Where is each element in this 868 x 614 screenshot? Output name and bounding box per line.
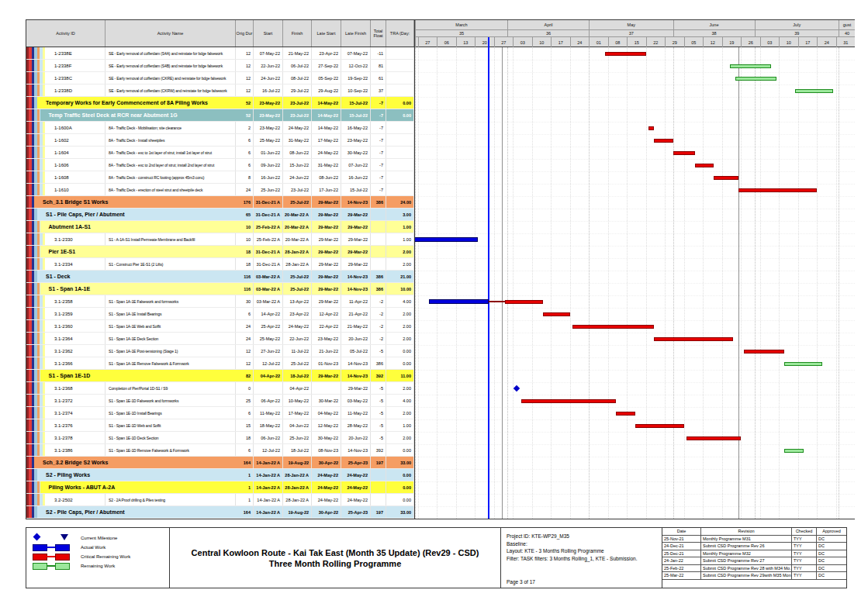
start-cell: 14-Jan-22 A xyxy=(254,506,283,518)
start-cell: 31-Dec-21 A xyxy=(254,209,283,220)
baseline-line: Baseline: xyxy=(507,540,657,548)
tra-cell: 0.00 xyxy=(386,97,414,109)
tf-cell: -7 xyxy=(371,159,386,171)
tf-cell: 392 xyxy=(371,370,386,381)
summary-row: Temporary Works for Early Commencement o… xyxy=(26,97,414,109)
ls-cell: 29-Mar-22 xyxy=(312,295,341,307)
start-cell: 07-May-22 xyxy=(254,47,283,59)
revision-cell: 25-Nov-21 xyxy=(662,536,701,543)
dur-cell: 0 xyxy=(236,382,254,394)
gantt-chart-area: March35April36May37June38July39gust40270… xyxy=(414,20,855,519)
activity-id-cell: 3.1-2359 xyxy=(26,308,105,319)
dur-cell: 6 xyxy=(236,159,254,171)
revision-cell: 24-Dec-21 xyxy=(662,543,701,550)
ls-cell: 23-May-22 xyxy=(312,333,341,344)
finish-cell: 28-Jan-22 A xyxy=(283,469,312,481)
row-gridline xyxy=(415,233,855,234)
activity-name-cell: SE - Early removal of cofferdam (S4A) an… xyxy=(105,47,236,59)
summary-row: S1 - Span 1A-1E11603-Mar-22 A25-Jul-2229… xyxy=(26,283,414,295)
revision-cell: TYY xyxy=(792,557,817,564)
tf-cell xyxy=(371,481,386,493)
summary-label-cell: S1 - Span 1A-1E xyxy=(26,283,236,295)
dur-cell: 82 xyxy=(236,370,254,381)
legend-item-actual: Actual Work xyxy=(33,543,169,552)
legend-label: Current Milestone xyxy=(81,536,117,540)
week-tick-2022-05-29: 29 xyxy=(665,36,684,47)
summary-label-cell: Pier 1E-S1 xyxy=(26,246,236,257)
summary-label-cell: S1 - Span 1E-1D xyxy=(26,370,236,381)
start-cell: 14-Apr-22 xyxy=(254,308,283,319)
activity-name-cell: S1 - Span 1A-1E Remove Falsework & Formw… xyxy=(105,357,236,369)
project-info-box: Project ID: KTE-WP29_M35 Baseline: Layou… xyxy=(501,528,662,588)
week-tick-2022-03-06: 06 xyxy=(437,36,456,47)
row-gridline xyxy=(415,481,855,482)
finish-cell: 24-May-22 xyxy=(283,122,312,133)
activity-row: 3.1-2359S1 - Span 1A-1E Install Bearings… xyxy=(26,308,414,320)
activity-id-cell: 3.1-2386 xyxy=(26,444,105,456)
lf-cell: 21-May-22 xyxy=(341,320,371,332)
tf-cell: -7 xyxy=(371,147,386,158)
dur-cell: 1 xyxy=(236,469,254,481)
lf-cell: 15-Jul-22 xyxy=(341,97,371,109)
lf-cell: 12-Oct-22 xyxy=(341,60,371,71)
tf-cell: -7 xyxy=(371,184,386,195)
summary-row: Pier 1E-S11831-Dec-21 A28-Jan-22 A29-Mar… xyxy=(26,246,414,258)
tf-cell xyxy=(371,258,386,270)
activity-name-cell: S1 - Span 1A-1E Falsework and formworks xyxy=(105,295,236,307)
start-cell: 03-Mar-22 A xyxy=(254,283,283,295)
finish-cell: 22-Jun-22 xyxy=(283,333,312,344)
revision-table: DateRevisionCheckedApproved25-Nov-21Mont… xyxy=(662,528,846,588)
legend-item-critical: Critical Remaining Work xyxy=(33,552,169,561)
tra-cell: 33.00 xyxy=(386,506,414,518)
activity-id-cell: 3.2-2502 xyxy=(26,494,105,505)
row-gridline xyxy=(415,271,855,271)
ls-cell: 21-Jun-22 xyxy=(312,345,341,357)
activity-row: 3.1-2374S1 - Span 1E-1D Install Bearings… xyxy=(26,407,414,419)
summary-row: Temp Traffic Steel Deck at RCR near Abut… xyxy=(26,109,414,122)
revision-cell: Checked xyxy=(792,528,817,535)
lf-cell: 03-May-22 xyxy=(341,395,371,406)
activity-name-cell: 8A - Traffic Deck - Mobilisation; site c… xyxy=(105,122,236,133)
finish-cell: 23-Jul-22 xyxy=(283,97,312,109)
lf-cell: 11-Apr-22 xyxy=(341,295,371,307)
dur-cell: 18 xyxy=(236,432,254,443)
table-header-row: Activity IDActivity NameOrig DurStartFin… xyxy=(26,20,414,47)
revision-cell: Submit CSD Programme Rev 29with M35 Mon.… xyxy=(701,572,792,579)
critical-bar xyxy=(686,436,741,440)
summary-label-cell: S1 - Pile Caps, Pier / Abutment xyxy=(26,209,236,220)
row-gridline xyxy=(415,308,855,309)
finish-cell: 08-Jul-22 xyxy=(283,72,312,84)
start-cell xyxy=(254,382,283,394)
tf-cell: 37 xyxy=(371,85,386,96)
month-label-July: July xyxy=(755,20,839,29)
critical-bar xyxy=(654,139,673,143)
lf-cell: 11-May-22 xyxy=(341,407,371,419)
lf-cell: 29-Mar-22 xyxy=(341,209,371,220)
finish-cell: 20-Mar-22 A xyxy=(283,221,312,233)
dur-cell: 2 xyxy=(236,122,254,133)
activity-name-cell: S1 - Span 1A-1E Install Bearings xyxy=(105,308,236,319)
activity-row: 1-1600A8A - Traffic Deck - Mobilisation;… xyxy=(26,122,414,134)
lf-cell: 16-May-22 xyxy=(341,122,371,133)
revision-empty-row xyxy=(662,580,846,588)
column-header-finish: Finish xyxy=(283,20,312,47)
tf-cell: -2 xyxy=(371,308,386,319)
finish-cell: 23-Jul-22 xyxy=(283,184,312,195)
tra-cell: 2.00 xyxy=(386,246,414,257)
finish-cell: 24-Jun-22 xyxy=(283,171,312,183)
lf-cell: 29-Mar-22 xyxy=(341,221,371,233)
layout-line: Layout: KTE - 3 Months Rolling Programme xyxy=(507,547,657,555)
row-gridline xyxy=(415,295,855,296)
column-header-dur: Orig Dur xyxy=(236,20,254,47)
lf-cell: 24-May-22 xyxy=(341,469,371,481)
start-cell: 23-May-22 xyxy=(254,122,283,133)
ls-cell: 29-Mar-22 xyxy=(312,221,341,233)
activity-name-cell: 8A - Traffic Deck - erection of steel st… xyxy=(105,184,236,195)
tra-cell xyxy=(386,184,414,195)
activity-id-cell: 3.1-2378 xyxy=(26,432,105,443)
ls-cell: 29-Mar-22 xyxy=(312,196,341,208)
report-title-line2: Three Month Rolling Programme xyxy=(269,558,402,569)
activity-id-cell: 1-1600A xyxy=(26,122,105,133)
tf-cell: -11 xyxy=(371,47,386,59)
lf-cell: 29-Mar-22 xyxy=(341,258,371,270)
